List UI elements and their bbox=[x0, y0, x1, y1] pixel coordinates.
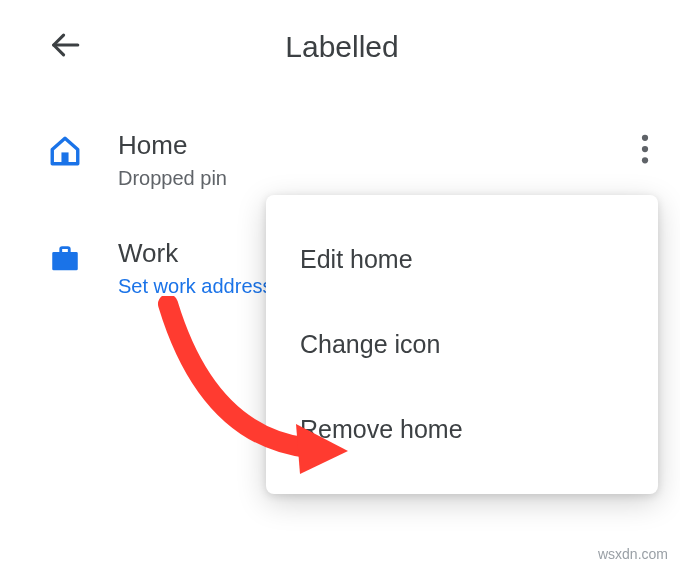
menu-item-edit-home[interactable]: Edit home bbox=[266, 217, 658, 302]
home-icon bbox=[48, 130, 118, 168]
menu-item-remove-home[interactable]: Remove home bbox=[266, 387, 658, 472]
list-item-subtitle: Dropped pin bbox=[118, 167, 610, 190]
menu-item-change-icon[interactable]: Change icon bbox=[266, 302, 658, 387]
svg-point-4 bbox=[642, 157, 648, 163]
svg-point-2 bbox=[642, 135, 648, 141]
more-vert-icon[interactable] bbox=[641, 134, 649, 168]
svg-rect-1 bbox=[61, 152, 68, 163]
page-title: Labelled bbox=[52, 30, 632, 64]
work-icon bbox=[48, 238, 118, 276]
list-item-text: Home Dropped pin bbox=[118, 130, 610, 190]
svg-point-3 bbox=[642, 146, 648, 152]
list-item-title: Home bbox=[118, 130, 610, 161]
watermark: wsxdn.com bbox=[598, 546, 668, 562]
context-menu: Edit home Change icon Remove home bbox=[266, 195, 658, 494]
header: Labelled bbox=[0, 0, 680, 116]
